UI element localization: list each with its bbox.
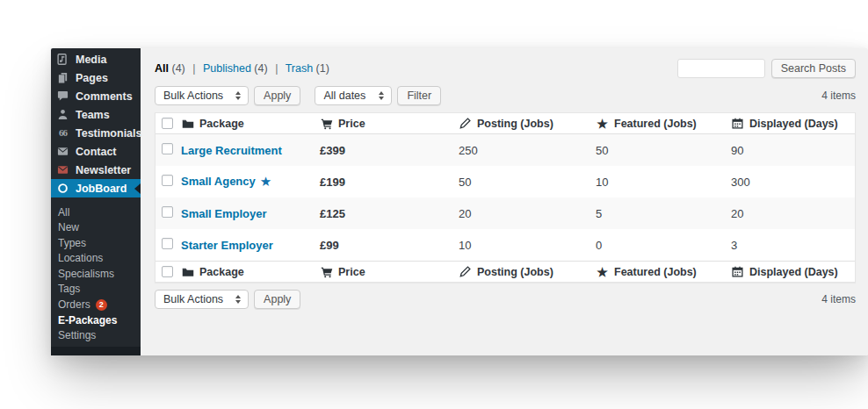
pencil-icon [459, 265, 472, 278]
row-checkbox[interactable] [162, 206, 173, 218]
featured-cell: 50 [591, 144, 727, 157]
current-menu-arrow-icon [134, 183, 141, 194]
price-cell: £199 [315, 176, 454, 189]
select-stepper-icon [379, 91, 384, 100]
table-row: Large Recruitment £399 250 50 90 [156, 134, 855, 166]
apply-button[interactable]: Apply [254, 86, 300, 105]
admin-sidebar: Media Pages Comments Teams [51, 48, 141, 355]
view-separator: | [275, 62, 278, 75]
table-footer-row: Package Price Posting (Jobs) ★Featured (… [156, 261, 855, 282]
view-published-count: (4) [254, 62, 267, 75]
displayed-cell: 300 [727, 176, 855, 189]
featured-star-icon: ★ [260, 174, 271, 189]
submenu-item-new[interactable]: New [51, 220, 141, 236]
featured-cell: 5 [591, 207, 727, 220]
star-icon: ★ [596, 265, 609, 278]
select-all-checkbox[interactable] [162, 118, 173, 129]
submenu-item-e-packages[interactable]: E-Packages [51, 312, 141, 328]
bulk-actions-label: Bulk Actions [163, 293, 223, 305]
view-published-link[interactable]: Published [203, 62, 251, 75]
select-all-checkbox[interactable] [162, 266, 173, 277]
pages-icon [56, 71, 69, 84]
sidebar-item-media[interactable]: Media [51, 50, 141, 68]
sidebar-item-jobboard[interactable]: JobBoard [51, 179, 141, 197]
submenu-item-types[interactable]: Types [51, 235, 141, 251]
tablenav-top: Bulk Actions Apply All dates Filter 4 it… [155, 86, 856, 105]
contact-icon [56, 145, 69, 158]
package-link[interactable]: Small Agency [181, 175, 256, 188]
sidebar-item-newsletter[interactable]: Newsletter [51, 161, 141, 179]
column-label-displayed: Displayed (Days) [749, 118, 838, 130]
filter-button[interactable]: Filter [397, 86, 441, 105]
sidebar-item-label: Teams [76, 109, 110, 121]
row-checkbox[interactable] [162, 175, 173, 186]
search-input[interactable] [677, 59, 765, 78]
testimonials-icon: 66 [56, 126, 69, 140]
sidebar-item-label: Pages [76, 72, 108, 84]
sidebar-item-comments[interactable]: Comments [51, 87, 141, 105]
posting-cell: 10 [454, 239, 591, 252]
submenu-label: E-Packages [58, 315, 117, 326]
view-all-link[interactable]: All [155, 62, 169, 75]
displayed-cell: 20 [727, 207, 855, 220]
newsletter-icon [56, 163, 69, 176]
sidebar-item-label: JobBoard [76, 183, 127, 195]
calendar-icon [731, 265, 744, 278]
package-link[interactable]: Small Employer [181, 207, 267, 220]
items-count-top: 4 items [821, 90, 856, 102]
cart-icon [320, 117, 333, 130]
jobboard-icon [56, 182, 69, 195]
sidebar-item-label: Testimonials [76, 127, 141, 140]
column-label-displayed: Displayed (Days) [749, 266, 838, 278]
cart-icon [320, 265, 333, 278]
row-checkbox[interactable] [162, 143, 173, 154]
table-row: Small Employer £125 20 5 20 [156, 197, 855, 229]
price-cell: £99 [315, 239, 454, 252]
apply-button-bottom[interactable]: Apply [254, 290, 300, 309]
view-separator: | [192, 62, 195, 75]
folder-icon [181, 117, 194, 130]
submenu-item-settings[interactable]: Settings [51, 328, 141, 344]
sidebar-item-label: Newsletter [76, 164, 131, 176]
sidebar-item-teams[interactable]: Teams [51, 105, 141, 124]
submenu-item-specialisms[interactable]: Specialisms [51, 266, 141, 282]
bulk-actions-select-bottom[interactable]: Bulk Actions [155, 290, 249, 309]
view-trash-count: (1) [316, 62, 329, 75]
submenu-item-orders[interactable]: Orders 2 [51, 297, 141, 312]
media-icon [56, 53, 69, 66]
featured-cell: 10 [591, 176, 727, 189]
submenu-label: New [58, 222, 79, 233]
package-link[interactable]: Large Recruitment [181, 144, 282, 157]
posting-cell: 250 [454, 144, 591, 157]
submenu-item-all[interactable]: All [51, 204, 141, 220]
orders-count-badge: 2 [96, 299, 107, 311]
posting-cell: 50 [454, 176, 591, 189]
star-icon: ★ [596, 117, 609, 130]
bulk-actions-select[interactable]: Bulk Actions [155, 86, 249, 105]
submenu-item-locations[interactable]: Locations [51, 251, 141, 267]
comments-icon [56, 90, 69, 103]
displayed-cell: 3 [727, 239, 855, 252]
table-header-row: Package Price Posting (Jobs) ★Featured (… [156, 113, 855, 134]
view-trash-link[interactable]: Trash [286, 62, 314, 75]
admin-screenshot-card: Media Pages Comments Teams [51, 48, 868, 355]
posting-cell: 20 [454, 207, 591, 220]
column-label-featured: Featured (Jobs) [614, 118, 697, 130]
folder-icon [181, 265, 194, 278]
select-stepper-icon [235, 91, 241, 100]
sidebar-item-pages[interactable]: Pages [51, 68, 141, 87]
featured-cell: 0 [591, 239, 727, 252]
package-link[interactable]: Starter Employer [181, 239, 273, 252]
dates-select[interactable]: All dates [315, 86, 392, 105]
submenu-item-tags[interactable]: Tags [51, 282, 141, 298]
sidebar-item-label: Contact [76, 146, 117, 158]
column-label-package: Package [199, 118, 244, 130]
jobboard-submenu: All New Types Locations Specialisms Tags… [51, 197, 141, 352]
sidebar-item-testimonials[interactable]: 66 Testimonials [51, 124, 141, 142]
column-label-package: Package [199, 266, 244, 278]
admin-content: All (4) | Published (4) | Trash (1) Sear… [141, 48, 868, 355]
search-posts-button[interactable]: Search Posts [771, 59, 856, 78]
calendar-icon [731, 117, 744, 130]
row-checkbox[interactable] [162, 238, 173, 249]
sidebar-item-contact[interactable]: Contact [51, 142, 141, 161]
